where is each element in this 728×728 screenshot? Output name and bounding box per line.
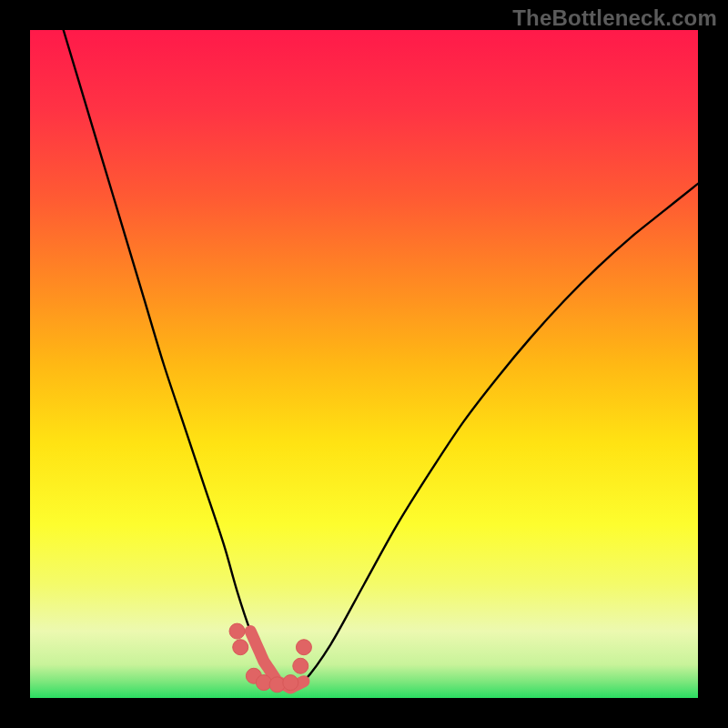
plot-area (30, 30, 698, 698)
chart-frame: TheBottleneck.com (0, 0, 728, 728)
marker-dot (269, 677, 285, 693)
marker-dot (283, 675, 298, 691)
watermark-text: TheBottleneck.com (512, 5, 717, 31)
marker-dot (233, 640, 248, 655)
marker-dot (296, 640, 311, 655)
gradient-background (30, 30, 698, 698)
chart-svg (30, 30, 698, 698)
marker-dot (229, 623, 245, 639)
marker-dot (256, 675, 271, 691)
marker-dot (293, 658, 308, 673)
